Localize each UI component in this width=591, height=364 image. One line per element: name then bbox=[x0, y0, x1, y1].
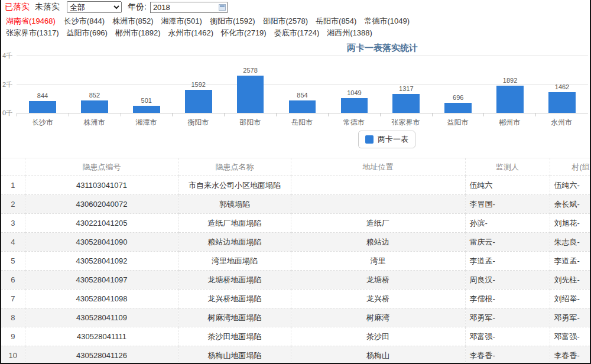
table-cell: 造纸厂 bbox=[291, 214, 465, 233]
table-cell: 龙塘桥 bbox=[291, 271, 465, 290]
table-row[interactable]: 1431103041071市自来水公司小区地面塌陷伍纯六伍纯六- bbox=[1, 176, 591, 195]
city-link[interactable]: 岳阳市(854) bbox=[316, 17, 356, 25]
city-link[interactable]: 郴州市(1892) bbox=[115, 28, 161, 37]
city-link[interactable]: 娄底市(1724) bbox=[274, 28, 320, 37]
table-cell: 430528041109 bbox=[25, 308, 178, 327]
table-row[interactable]: 6430528041097龙塘桥地面塌陷龙塘桥周良汉-刘先柱- bbox=[1, 271, 591, 290]
table-cell: 龙兴桥地面塌陷 bbox=[178, 290, 291, 308]
table-cell: 邓富强- bbox=[550, 327, 591, 346]
bar-value-label: 2578 bbox=[243, 67, 257, 74]
table-row[interactable]: 5430528041092湾里地面塌陷湾里李道孟-李道孟- bbox=[1, 252, 591, 271]
table-cell: 李冒国- bbox=[465, 195, 550, 214]
table-row[interactable]: 8430528041109树麻湾地面塌陷树麻湾邓勇军-邓勇军- bbox=[1, 308, 591, 327]
column-header: 村(组)负 bbox=[550, 158, 591, 176]
table-cell: 430528041092 bbox=[25, 252, 178, 271]
bar-岳阳市[interactable] bbox=[289, 100, 316, 113]
bar-邵阳市[interactable] bbox=[237, 76, 264, 113]
table-cell: 430528041126 bbox=[25, 346, 178, 364]
bar-slot: 1049 bbox=[328, 56, 380, 113]
table-cell: 1 bbox=[1, 176, 25, 195]
year-input[interactable] bbox=[150, 2, 228, 13]
table-cell bbox=[291, 176, 465, 195]
table-cell: 430602040072 bbox=[25, 195, 178, 214]
bar-常德市[interactable] bbox=[341, 98, 368, 113]
year-field-wrap bbox=[150, 2, 228, 13]
table-cell: 邓勇军- bbox=[465, 308, 550, 327]
calendar-icon[interactable] bbox=[219, 4, 226, 11]
bar-株洲市[interactable] bbox=[81, 100, 108, 113]
x-axis-label: 湘潭市 bbox=[121, 113, 173, 128]
table-cell: 朱志良- bbox=[550, 233, 591, 252]
chart-legend[interactable]: 两卡一表 bbox=[358, 131, 415, 148]
bar-永州市[interactable] bbox=[548, 92, 576, 113]
table-row[interactable]: 2430602040072郭镇塌陷李冒国-余长斌- bbox=[1, 195, 591, 214]
filter-not-implemented[interactable]: 未落实 bbox=[35, 2, 60, 12]
city-link[interactable]: 湘潭市(501) bbox=[161, 17, 202, 25]
city-link[interactable]: 益阳市(696) bbox=[67, 28, 108, 37]
city-link[interactable]: 衡阳市(1592) bbox=[210, 17, 255, 25]
bar-slot: 852 bbox=[69, 56, 121, 113]
city-link[interactable]: 永州市(1462) bbox=[168, 28, 214, 37]
bar-slot: 844 bbox=[17, 56, 69, 113]
bar-slot: 1317 bbox=[380, 56, 432, 113]
city-link[interactable]: 邵阳市(2578) bbox=[262, 17, 308, 25]
table-row[interactable]: 9430528041111茶沙田地面塌陷茶沙田邓富强-邓富强- bbox=[1, 327, 591, 346]
table-cell: 430528041097 bbox=[25, 271, 178, 290]
city-link[interactable]: 常德市(1049) bbox=[364, 17, 410, 25]
table-cell: 李春香- bbox=[550, 346, 591, 364]
bar-长沙市[interactable] bbox=[29, 101, 56, 113]
city-link[interactable]: 长沙市(844) bbox=[64, 17, 105, 25]
x-axis-labels: 长沙市株洲市湘潭市衡阳市邵阳市岳阳市常德市张家界市益阳市郴州市永州市 bbox=[17, 113, 588, 128]
table-cell: 杨梅山 bbox=[291, 346, 465, 364]
bar-益阳市[interactable] bbox=[444, 103, 472, 113]
table-cell: 李儒根- bbox=[465, 290, 550, 308]
bar-湘潭市[interactable] bbox=[133, 106, 160, 113]
x-axis-label: 郴州市 bbox=[483, 113, 535, 128]
city-link[interactable]: 湘西州(1388) bbox=[327, 28, 372, 37]
table-cell: 孙滨- bbox=[465, 214, 550, 233]
app-window: 已落实 未落实 全部 年份: 湖南省(19468)长沙市(844)株洲市(852… bbox=[0, 0, 591, 364]
table-cell: 刘先柱- bbox=[550, 271, 591, 290]
bar-value-label: 1049 bbox=[347, 89, 361, 96]
table-cell: 树麻湾地面塌陷 bbox=[178, 308, 291, 327]
bar-衡阳市[interactable] bbox=[185, 90, 212, 113]
bar-slot: 854 bbox=[277, 56, 329, 113]
hazard-table-wrap: 隐患点编号隐患点名称地址位置监测人村(组)负 1431103041071市自来水… bbox=[1, 158, 590, 364]
table-cell: 造纸厂地面塌陷 bbox=[178, 214, 291, 233]
bar-张家界市[interactable] bbox=[392, 94, 420, 113]
table-cell: 市自来水公司小区地面塌陷 bbox=[178, 176, 291, 195]
column-header: 隐患点编号 bbox=[25, 158, 178, 176]
table-cell: 湾里地面塌陷 bbox=[178, 252, 291, 271]
table-row[interactable]: 7430528041098龙兴桥地面塌陷龙兴桥李儒根-刘绍举- bbox=[1, 290, 591, 308]
column-header: 地址位置 bbox=[291, 158, 465, 176]
table-cell: 10 bbox=[1, 346, 25, 364]
province-link[interactable]: 湖南省(19468) bbox=[6, 17, 56, 25]
y-tick-0k: 0千 bbox=[2, 109, 12, 118]
city-link[interactable]: 株洲市(852) bbox=[112, 17, 153, 25]
hazard-table: 隐患点编号隐患点名称地址位置监测人村(组)负 1431103041071市自来水… bbox=[1, 158, 591, 364]
table-row[interactable]: 10430528041126杨梅山地面塌陷杨梅山李春香-李春香- bbox=[1, 346, 591, 364]
bar-chart: 两卡一表落实统计 4千 2千 0千 8448525011592257885410… bbox=[1, 40, 590, 150]
type-select[interactable]: 全部 bbox=[67, 1, 122, 13]
table-cell: 杨梅山地面塌陷 bbox=[178, 346, 291, 364]
table-cell: 龙塘桥地面塌陷 bbox=[178, 271, 291, 290]
legend-swatch bbox=[365, 135, 374, 144]
table-row[interactable]: 4430528041090粮站边地面塌陷粮站边雷庆云-朱志良- bbox=[1, 233, 591, 252]
bar-slot: 501 bbox=[121, 56, 173, 113]
table-row[interactable]: 3430221041205造纸厂地面塌陷造纸厂孙滨-刘旭花- bbox=[1, 214, 591, 233]
x-axis-label: 常德市 bbox=[328, 113, 380, 128]
y-tick-4k: 4千 bbox=[2, 51, 12, 60]
table-cell: 粮站边 bbox=[291, 233, 465, 252]
table-cell: 雷庆云- bbox=[465, 233, 550, 252]
bar-plot: 844852501159225788541049131769618921462 bbox=[17, 56, 588, 113]
filter-toolbar: 已落实 未落实 全部 年份: bbox=[1, 0, 590, 14]
x-axis-label: 岳阳市 bbox=[276, 113, 328, 128]
filter-implemented[interactable]: 已落实 bbox=[5, 2, 30, 12]
bar-value-label: 844 bbox=[37, 92, 48, 99]
city-link[interactable]: 怀化市(2719) bbox=[221, 28, 267, 37]
city-link[interactable]: 张家界市(1317) bbox=[6, 28, 59, 37]
table-cell: 郭镇塌陷 bbox=[178, 195, 291, 214]
table-cell: 李道孟- bbox=[465, 252, 550, 271]
bar-郴州市[interactable] bbox=[496, 86, 524, 113]
bar-value-label: 696 bbox=[453, 94, 463, 101]
